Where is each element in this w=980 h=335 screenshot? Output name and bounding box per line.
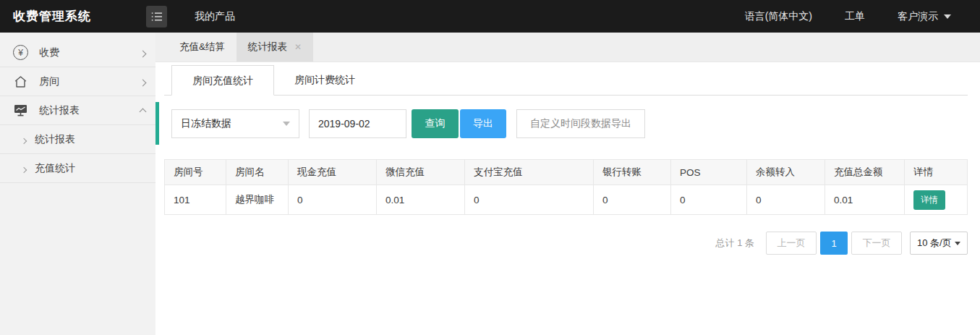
column-header: 银行转账 — [594, 160, 671, 185]
workspace-tab-statistics-report[interactable]: 统计报表 ✕ — [237, 33, 313, 62]
column-header: 房间名 — [226, 160, 289, 185]
column-header: 微信充值 — [377, 160, 465, 185]
caret-down-icon — [944, 14, 951, 19]
app-title: 收费管理系统 — [13, 8, 91, 25]
date-input[interactable]: 2019-09-02 — [309, 109, 406, 138]
sidebar-subitem-label: 统计报表 — [35, 133, 75, 146]
pagination-total: 总计 1 条 — [716, 237, 754, 250]
chevron-up-icon — [140, 105, 145, 116]
next-page-button[interactable]: 下一页 — [851, 232, 902, 255]
sidebar-item-rooms[interactable]: 房间 — [0, 67, 155, 96]
cell-balance-in: 0 — [747, 185, 825, 215]
sidebar-item-charging[interactable]: ¥ 收费 — [0, 38, 155, 67]
cell-alipay: 0 — [465, 185, 594, 215]
caret-down-icon — [955, 242, 960, 245]
detail-button[interactable]: 详情 — [913, 190, 945, 210]
cell-bank: 0 — [594, 185, 671, 215]
data-type-select-value: 日冻结数据 — [181, 117, 231, 130]
column-header: 详情 — [905, 160, 968, 185]
recharge-statistics-table: 房间号 房间名 现金充值 微信充值 支付宝充值 银行转账 POS 余额转入 充值… — [164, 159, 968, 215]
column-header: 房间号 — [165, 160, 226, 185]
workspace-tab-label: 充值&结算 — [179, 41, 225, 54]
hamburger-list-icon — [149, 12, 164, 22]
filter-toolbar: 日冻结数据 2019-09-02 查询 导出 自定义时间段数据导出 — [155, 102, 968, 145]
cell-wechat: 0.01 — [377, 185, 465, 215]
cell-pos: 0 — [671, 185, 747, 215]
cell-total: 0.01 — [825, 185, 905, 215]
top-header-bar: 收费管理系统 我的产品 语言(简体中文) 工单 客户演示 — [0, 0, 980, 33]
chevron-right-icon — [22, 134, 26, 145]
sidebar-toggle-button[interactable] — [146, 6, 167, 27]
main-area: 充值&结算 统计报表 ✕ 房间充值统计 房间计费统计 日冻结数据 2019-09… — [155, 33, 980, 335]
pagination-bar: 总计 1 条 上一页 1 下一页 10 条/页 — [164, 232, 968, 255]
column-header: POS — [671, 160, 747, 185]
custom-range-export-button[interactable]: 自定义时间段数据导出 — [516, 109, 645, 138]
sidebar-item-label: 房间 — [39, 75, 59, 88]
account-menu-label: 客户演示 — [898, 10, 938, 23]
column-header: 充值总金额 — [825, 160, 905, 185]
sidebar-item-statistics[interactable]: 统计报表 — [0, 96, 155, 125]
report-subtabs: 房间充值统计 房间计费统计 — [164, 65, 968, 96]
sidebar: ¥ 收费 房间 统计报表 统计报表 充值统计 — [0, 33, 155, 335]
data-type-select[interactable]: 日冻结数据 — [171, 109, 299, 138]
tab-room-recharge-statistics[interactable]: 房间充值统计 — [171, 65, 274, 96]
home-icon — [13, 75, 28, 88]
sidebar-subitem-label: 充值统计 — [35, 162, 75, 175]
export-button[interactable]: 导出 — [460, 109, 506, 138]
work-order-menu[interactable]: 工单 — [845, 10, 865, 23]
sidebar-item-label: 统计报表 — [39, 104, 80, 117]
table-row: 101 越界咖啡 0 0.01 0 0 0 0 0.01 详情 — [165, 185, 968, 215]
chevron-right-icon — [22, 163, 26, 174]
cell-room-name: 越界咖啡 — [226, 185, 289, 215]
caret-down-icon — [283, 122, 290, 126]
my-products-menu[interactable]: 我的产品 — [195, 10, 235, 23]
page-size-select[interactable]: 10 条/页 — [910, 232, 968, 255]
workspace-tab-label: 统计报表 — [248, 41, 287, 54]
sidebar-item-label: 收费 — [39, 46, 59, 59]
content-panel: 房间充值统计 房间计费统计 日冻结数据 2019-09-02 查询 导出 自定义… — [155, 65, 980, 255]
sidebar-subitem-statistics-report[interactable]: 统计报表 — [0, 125, 155, 154]
chevron-right-icon — [140, 76, 145, 88]
workspace-tabstrip: 充值&结算 统计报表 ✕ — [155, 33, 980, 62]
tab-room-billing-statistics[interactable]: 房间计费统计 — [274, 65, 375, 95]
cell-detail: 详情 — [905, 185, 968, 215]
close-tab-icon[interactable]: ✕ — [294, 42, 302, 52]
chevron-right-icon — [140, 47, 145, 59]
sidebar-subitem-recharge-statistics[interactable]: 充值统计 — [0, 154, 155, 183]
language-menu[interactable]: 语言(简体中文) — [745, 10, 812, 23]
table-header-row: 房间号 房间名 现金充值 微信充值 支付宝充值 银行转账 POS 余额转入 充值… — [165, 160, 968, 185]
workspace-tab-recharge-settlement[interactable]: 充值&结算 — [168, 33, 237, 62]
account-menu[interactable]: 客户演示 — [898, 10, 951, 23]
column-header: 余额转入 — [747, 160, 825, 185]
column-header: 支付宝充值 — [465, 160, 594, 185]
page-size-value: 10 条/页 — [917, 237, 952, 250]
yen-circle-icon: ¥ — [13, 45, 28, 60]
cell-room-no: 101 — [165, 185, 226, 215]
prev-page-button[interactable]: 上一页 — [766, 232, 817, 255]
query-button[interactable]: 查询 — [412, 109, 459, 138]
current-page-button[interactable]: 1 — [820, 232, 848, 255]
chart-board-icon — [13, 104, 28, 116]
topbar-right-group: 语言(简体中文) 工单 客户演示 — [745, 10, 980, 23]
cell-cash: 0 — [289, 185, 377, 215]
column-header: 现金充值 — [289, 160, 377, 185]
